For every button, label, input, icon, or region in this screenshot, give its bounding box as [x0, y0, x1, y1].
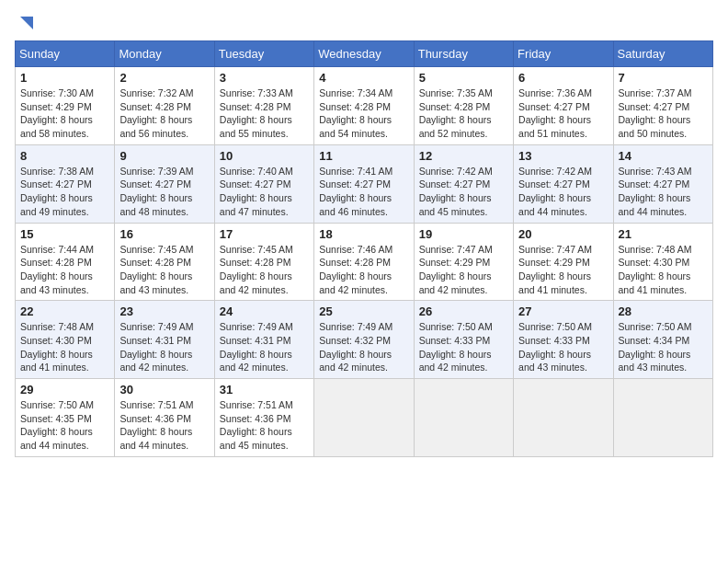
calendar-cell: 27Sunrise: 7:50 AMSunset: 4:33 PMDayligh… [514, 301, 613, 379]
day-info: Sunrise: 7:39 AMSunset: 4:27 PMDaylight:… [119, 165, 209, 219]
day-info: Sunrise: 7:44 AMSunset: 4:28 PMDaylight:… [20, 243, 109, 297]
day-info: Sunrise: 7:34 AMSunset: 4:28 PMDaylight:… [319, 86, 408, 141]
calendar-header-monday: Monday [115, 41, 214, 67]
day-info: Sunrise: 7:37 AMSunset: 4:27 PMDaylight:… [619, 86, 708, 141]
day-info: Sunrise: 7:45 AMSunset: 4:28 PMDaylight:… [119, 243, 209, 297]
day-number: 23 [119, 304, 209, 318]
day-info: Sunrise: 7:41 AMSunset: 4:27 PMDaylight:… [319, 165, 408, 219]
day-number: 1 [20, 71, 109, 85]
calendar-cell: 17Sunrise: 7:45 AMSunset: 4:28 PMDayligh… [214, 223, 313, 301]
day-info: Sunrise: 7:48 AMSunset: 4:30 PMDaylight:… [619, 243, 708, 297]
day-number: 12 [419, 149, 508, 163]
calendar-cell: 11Sunrise: 7:41 AMSunset: 4:27 PMDayligh… [314, 144, 414, 223]
calendar-cell: 9Sunrise: 7:39 AMSunset: 4:27 PMDaylight… [115, 144, 214, 223]
calendar-cell: 29Sunrise: 7:50 AMSunset: 4:35 PMDayligh… [16, 379, 115, 457]
day-info: Sunrise: 7:36 AMSunset: 4:27 PMDaylight:… [518, 86, 608, 141]
calendar-cell: 7Sunrise: 7:37 AMSunset: 4:27 PMDaylight… [613, 67, 712, 145]
calendar-cell: 22Sunrise: 7:48 AMSunset: 4:30 PMDayligh… [16, 301, 115, 379]
calendar-table: SundayMondayTuesdayWednesdayThursdayFrid… [15, 40, 713, 457]
calendar-cell: 30Sunrise: 7:51 AMSunset: 4:36 PMDayligh… [115, 379, 214, 457]
calendar-cell: 14Sunrise: 7:43 AMSunset: 4:27 PMDayligh… [613, 144, 712, 223]
day-info: Sunrise: 7:51 AMSunset: 4:36 PMDaylight:… [119, 398, 209, 453]
calendar-cell: 3Sunrise: 7:33 AMSunset: 4:28 PMDaylight… [214, 67, 313, 145]
day-number: 11 [319, 149, 408, 163]
day-number: 31 [220, 383, 309, 396]
day-info: Sunrise: 7:50 AMSunset: 4:34 PMDaylight:… [619, 320, 708, 374]
day-number: 5 [419, 71, 508, 85]
day-number: 17 [220, 227, 309, 241]
calendar-cell: 6Sunrise: 7:36 AMSunset: 4:27 PMDaylight… [514, 67, 613, 145]
logo-arrow-icon [17, 13, 37, 33]
calendar-cell: 8Sunrise: 7:38 AMSunset: 4:27 PMDaylight… [16, 144, 115, 223]
day-number: 21 [619, 227, 708, 241]
day-number: 22 [20, 304, 109, 318]
day-info: Sunrise: 7:49 AMSunset: 4:32 PMDaylight:… [319, 320, 408, 374]
calendar-header-row: SundayMondayTuesdayWednesdayThursdayFrid… [16, 41, 713, 67]
day-info: Sunrise: 7:35 AMSunset: 4:28 PMDaylight:… [419, 86, 508, 141]
day-number: 18 [319, 227, 408, 241]
day-number: 29 [20, 383, 109, 396]
day-number: 4 [319, 71, 408, 85]
calendar-cell [414, 379, 513, 457]
day-info: Sunrise: 7:45 AMSunset: 4:28 PMDaylight:… [220, 243, 309, 297]
calendar-cell [514, 379, 613, 457]
day-number: 14 [619, 149, 708, 163]
day-number: 24 [220, 304, 309, 318]
day-info: Sunrise: 7:32 AMSunset: 4:28 PMDaylight:… [119, 86, 209, 141]
calendar-cell: 2Sunrise: 7:32 AMSunset: 4:28 PMDaylight… [115, 67, 214, 145]
day-number: 28 [619, 304, 708, 318]
day-number: 25 [319, 304, 408, 318]
calendar-cell: 18Sunrise: 7:46 AMSunset: 4:28 PMDayligh… [314, 223, 414, 301]
day-info: Sunrise: 7:46 AMSunset: 4:28 PMDaylight:… [319, 243, 408, 297]
day-info: Sunrise: 7:47 AMSunset: 4:29 PMDaylight:… [419, 243, 508, 297]
calendar-header-tuesday: Tuesday [214, 41, 313, 67]
day-number: 30 [119, 383, 209, 396]
day-number: 15 [20, 227, 109, 241]
day-number: 13 [518, 149, 608, 163]
calendar-header-wednesday: Wednesday [314, 41, 414, 67]
day-number: 7 [619, 71, 708, 85]
day-number: 19 [419, 227, 508, 241]
calendar-cell: 19Sunrise: 7:47 AMSunset: 4:29 PMDayligh… [414, 223, 513, 301]
calendar-week-row: 15Sunrise: 7:44 AMSunset: 4:28 PMDayligh… [16, 223, 713, 301]
calendar-cell: 31Sunrise: 7:51 AMSunset: 4:36 PMDayligh… [214, 379, 313, 457]
calendar-cell: 1Sunrise: 7:30 AMSunset: 4:29 PMDaylight… [16, 67, 115, 145]
day-info: Sunrise: 7:48 AMSunset: 4:30 PMDaylight:… [20, 320, 109, 374]
day-info: Sunrise: 7:49 AMSunset: 4:31 PMDaylight:… [220, 320, 309, 374]
page-header [15, 15, 713, 31]
day-number: 9 [119, 149, 209, 163]
day-info: Sunrise: 7:50 AMSunset: 4:33 PMDaylight:… [518, 320, 608, 374]
calendar-cell: 4Sunrise: 7:34 AMSunset: 4:28 PMDaylight… [314, 67, 414, 145]
calendar-cell: 13Sunrise: 7:42 AMSunset: 4:27 PMDayligh… [514, 144, 613, 223]
calendar-week-row: 8Sunrise: 7:38 AMSunset: 4:27 PMDaylight… [16, 144, 713, 223]
calendar-cell: 28Sunrise: 7:50 AMSunset: 4:34 PMDayligh… [613, 301, 712, 379]
calendar-cell: 15Sunrise: 7:44 AMSunset: 4:28 PMDayligh… [16, 223, 115, 301]
calendar-cell: 20Sunrise: 7:47 AMSunset: 4:29 PMDayligh… [514, 223, 613, 301]
calendar-header-friday: Friday [514, 41, 613, 67]
day-info: Sunrise: 7:30 AMSunset: 4:29 PMDaylight:… [20, 86, 109, 141]
logo [15, 15, 37, 31]
calendar-week-row: 29Sunrise: 7:50 AMSunset: 4:35 PMDayligh… [16, 379, 713, 457]
day-info: Sunrise: 7:49 AMSunset: 4:31 PMDaylight:… [119, 320, 209, 374]
day-number: 26 [419, 304, 508, 318]
day-info: Sunrise: 7:40 AMSunset: 4:27 PMDaylight:… [220, 165, 309, 219]
day-number: 20 [518, 227, 608, 241]
calendar-cell: 21Sunrise: 7:48 AMSunset: 4:30 PMDayligh… [613, 223, 712, 301]
calendar-cell: 16Sunrise: 7:45 AMSunset: 4:28 PMDayligh… [115, 223, 214, 301]
calendar-header-sunday: Sunday [16, 41, 115, 67]
day-info: Sunrise: 7:42 AMSunset: 4:27 PMDaylight:… [518, 165, 608, 219]
calendar-cell: 12Sunrise: 7:42 AMSunset: 4:27 PMDayligh… [414, 144, 513, 223]
calendar-cell: 10Sunrise: 7:40 AMSunset: 4:27 PMDayligh… [214, 144, 313, 223]
calendar-cell [613, 379, 712, 457]
day-number: 27 [518, 304, 608, 318]
day-info: Sunrise: 7:38 AMSunset: 4:27 PMDaylight:… [20, 165, 109, 219]
day-info: Sunrise: 7:50 AMSunset: 4:33 PMDaylight:… [419, 320, 508, 374]
calendar-cell: 26Sunrise: 7:50 AMSunset: 4:33 PMDayligh… [414, 301, 513, 379]
day-info: Sunrise: 7:51 AMSunset: 4:36 PMDaylight:… [220, 398, 309, 453]
calendar-week-row: 1Sunrise: 7:30 AMSunset: 4:29 PMDaylight… [16, 67, 713, 145]
day-info: Sunrise: 7:43 AMSunset: 4:27 PMDaylight:… [619, 165, 708, 219]
day-number: 10 [220, 149, 309, 163]
calendar-week-row: 22Sunrise: 7:48 AMSunset: 4:30 PMDayligh… [16, 301, 713, 379]
calendar-cell: 25Sunrise: 7:49 AMSunset: 4:32 PMDayligh… [314, 301, 414, 379]
day-number: 2 [119, 71, 209, 85]
